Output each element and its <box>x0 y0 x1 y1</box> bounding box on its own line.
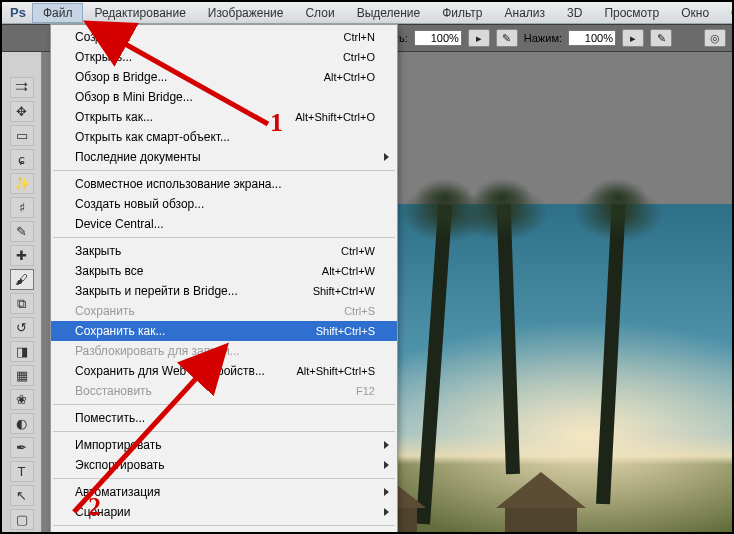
menu-окно[interactable]: Окно <box>670 3 720 23</box>
menuitem-shortcut: Ctrl+W <box>341 245 375 257</box>
shape-tool[interactable]: ▢ <box>10 509 34 530</box>
eyedropper-tool[interactable]: ✎ <box>10 221 34 242</box>
stamp-tool[interactable]: ⧉ <box>10 293 34 314</box>
menu-просмотр[interactable]: Просмотр <box>593 3 670 23</box>
menuitem-shortcut: Alt+Shift+Ctrl+S <box>296 365 375 377</box>
menuitem-shortcut: F12 <box>356 385 375 397</box>
crop-tool[interactable]: ♯ <box>10 197 34 218</box>
dodge-tool[interactable]: ◐ <box>10 413 34 434</box>
menuitem-shortcut: Alt+Shift+Ctrl+O <box>295 111 375 123</box>
pen-tool[interactable]: ✒ <box>10 437 34 458</box>
menuitem-закрыть[interactable]: ЗакрытьCtrl+W <box>51 241 397 261</box>
menuitem-shortcut: Ctrl+O <box>343 51 375 63</box>
marquee-tool[interactable]: ▭ <box>10 125 34 146</box>
menubar: Ps ФайлРедактированиеИзображениеСлоиВыде… <box>2 2 732 24</box>
menuitem-label: Закрыть все <box>75 264 322 278</box>
menuitem-label: Экспортировать <box>75 458 375 472</box>
menuitem-автоматизация[interactable]: Автоматизация <box>51 482 397 502</box>
menuitem-сохранить: СохранитьCtrl+S <box>51 301 397 321</box>
menuitem-создать-[interactable]: Создать...Ctrl+N <box>51 27 397 47</box>
pressure-toggle[interactable]: ✎ <box>650 29 672 47</box>
menu-separator <box>53 478 395 479</box>
menuitem-label: Разблокировать для записи... <box>75 344 375 358</box>
menuitem-label: Открыть как... <box>75 110 295 124</box>
move-tool[interactable]: ✥ <box>10 101 34 122</box>
menu-separator <box>53 237 395 238</box>
airbrush-toggle[interactable]: ✎ <box>496 29 518 47</box>
tool-palette: ⮆✥▭ɕ✨♯✎✚🖌⧉↺◨▦❀◐✒T↖▢ <box>2 52 42 532</box>
menuitem-совместное-использование-экрана-[interactable]: Совместное использование экрана... <box>51 174 397 194</box>
gradient-tool[interactable]: ▦ <box>10 365 34 386</box>
menuitem-label: Закрыть и перейти в Bridge... <box>75 284 313 298</box>
eraser-tool[interactable]: ◨ <box>10 341 34 362</box>
menuitem-разблокировать-для-записи-: Разблокировать для записи... <box>51 341 397 361</box>
menuitem-label: Сохранить для Web и устройств... <box>75 364 296 378</box>
menu-анализ[interactable]: Анализ <box>494 3 557 23</box>
flow-stepper[interactable]: ▸ <box>622 29 644 47</box>
submenu-arrow-icon <box>384 153 389 161</box>
menuitem-label: Закрыть <box>75 244 341 258</box>
menuitem-label: Обзор в Mini Bridge... <box>75 90 375 104</box>
wand-tool[interactable]: ✨ <box>10 173 34 194</box>
menu-слои[interactable]: Слои <box>294 3 345 23</box>
submenu-arrow-icon <box>384 488 389 496</box>
menuitem-label: Открыть как смарт-объект... <box>75 130 375 144</box>
flow-label: Нажим: <box>524 32 562 44</box>
opacity-value[interactable]: 100% <box>414 30 462 46</box>
flow-value[interactable]: 100% <box>568 30 616 46</box>
menuitem-сохранить-для-web-и-устройств-[interactable]: Сохранить для Web и устройств...Alt+Shif… <box>51 361 397 381</box>
history-brush-tool[interactable]: ↺ <box>10 317 34 338</box>
annotation-2: 2 <box>88 492 101 522</box>
menuitem-обзор-в-mini-bridge-[interactable]: Обзор в Mini Bridge... <box>51 87 397 107</box>
tablet-toggle[interactable]: ◎ <box>704 29 726 47</box>
menuitem-label: Поместить... <box>75 411 375 425</box>
lasso-tool[interactable]: ɕ <box>10 149 34 170</box>
menuitem-label: Обзор в Bridge... <box>75 70 324 84</box>
menuitem-импортировать[interactable]: Импортировать <box>51 435 397 455</box>
menuitem-shortcut: Ctrl+S <box>344 305 375 317</box>
menuitem-label: Создать... <box>75 30 344 44</box>
menuitem-экспортировать[interactable]: Экспортировать <box>51 455 397 475</box>
menuitem-открыть-[interactable]: Открыть...Ctrl+O <box>51 47 397 67</box>
brush-tool[interactable]: 🖌 <box>10 269 34 290</box>
expand-icon[interactable]: ⮆ <box>10 77 34 98</box>
menu-separator <box>53 404 395 405</box>
menuitem-label: Последние документы <box>75 150 375 164</box>
annotation-1: 1 <box>270 108 283 138</box>
menuitem-создать-новый-обзор-[interactable]: Создать новый обзор... <box>51 194 397 214</box>
menuitem-закрыть-и-перейти-в-bridge-[interactable]: Закрыть и перейти в Bridge...Shift+Ctrl+… <box>51 281 397 301</box>
menuitem-сценарии[interactable]: Сценарии <box>51 502 397 522</box>
menu-изображение[interactable]: Изображение <box>197 3 295 23</box>
menu-3d[interactable]: 3D <box>556 3 593 23</box>
menuitem-label: Автоматизация <box>75 485 375 499</box>
path-tool[interactable]: ↖ <box>10 485 34 506</box>
menuitem-shortcut: Alt+Ctrl+W <box>322 265 375 277</box>
submenu-arrow-icon <box>384 508 389 516</box>
menu-фильтр[interactable]: Фильтр <box>431 3 493 23</box>
menuitem-последние-документы[interactable]: Последние документы <box>51 147 397 167</box>
opacity-stepper[interactable]: ▸ <box>468 29 490 47</box>
menuitem-поместить-[interactable]: Поместить... <box>51 408 397 428</box>
menuitem-shortcut: Shift+Ctrl+W <box>313 285 375 297</box>
menu-файл[interactable]: Файл <box>32 3 84 23</box>
type-tool[interactable]: T <box>10 461 34 482</box>
menuitem-label: Восстановить <box>75 384 356 398</box>
blur-tool[interactable]: ❀ <box>10 389 34 410</box>
menuitem-обзор-в-bridge-[interactable]: Обзор в Bridge...Alt+Ctrl+O <box>51 67 397 87</box>
menu-справ[interactable]: Справ <box>720 3 734 23</box>
menu-редактирование[interactable]: Редактирование <box>83 3 196 23</box>
menu-separator <box>53 170 395 171</box>
menuitem-shortcut: Shift+Ctrl+S <box>316 325 375 337</box>
menuitem-device-central-[interactable]: Device Central... <box>51 214 397 234</box>
file-dropdown: Создать...Ctrl+NОткрыть...Ctrl+OОбзор в … <box>50 24 398 534</box>
menuitem-открыть-как-смарт-объект-[interactable]: Открыть как смарт-объект... <box>51 127 397 147</box>
menuitem-сведения-о-файле-[interactable]: Сведения о файле...Alt+Shift+Ctrl+I <box>51 529 397 534</box>
menuitem-открыть-как-[interactable]: Открыть как...Alt+Shift+Ctrl+O <box>51 107 397 127</box>
menuitem-label: Device Central... <box>75 217 375 231</box>
menu-выделение[interactable]: Выделение <box>346 3 432 23</box>
menuitem-label: Создать новый обзор... <box>75 197 375 211</box>
menuitem-сохранить-как-[interactable]: Сохранить как...Shift+Ctrl+S <box>51 321 397 341</box>
menuitem-закрыть-все[interactable]: Закрыть всеAlt+Ctrl+W <box>51 261 397 281</box>
menu-separator <box>53 525 395 526</box>
healing-tool[interactable]: ✚ <box>10 245 34 266</box>
